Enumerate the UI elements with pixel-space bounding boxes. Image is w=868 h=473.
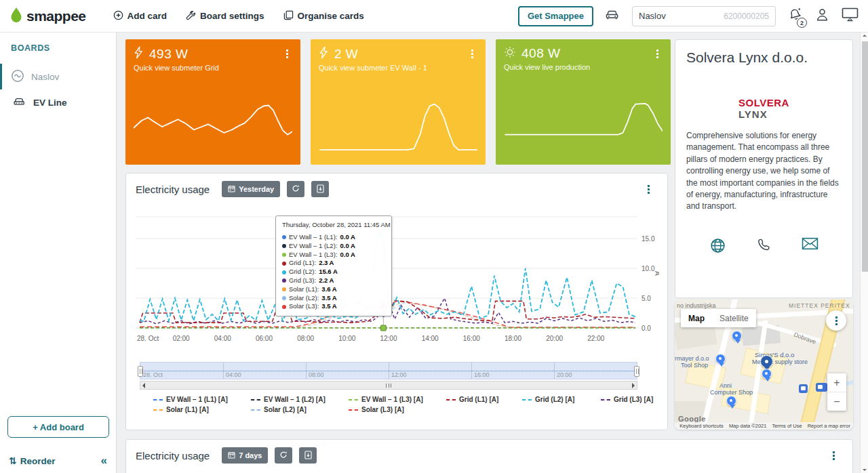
solvera-lynx-logo: SOLVERA LYNX (686, 97, 842, 121)
page-scrollbar[interactable] (860, 33, 868, 473)
export-button[interactable] (311, 181, 329, 197)
scrollbar-grip[interactable] (386, 384, 391, 388)
chart-navigator[interactable]: 28. Oct04:0008:0012:0016:0020:00 (140, 362, 637, 379)
legend-item[interactable]: EV Wall – 1 (L1) [A] (153, 396, 240, 403)
logo-line-lynx: LYNX (738, 108, 789, 120)
export-button[interactable] (299, 447, 317, 464)
reorder-label: Reorder (20, 456, 56, 466)
usage-card-header: Electricity usage Yesterday (126, 173, 667, 205)
ev-car-icon (13, 96, 26, 109)
transit-station-icon[interactable] (799, 384, 808, 393)
map-poi-type[interactable]: Computer Shop (710, 389, 753, 396)
add-board-button[interactable]: + Add board (7, 416, 109, 438)
monitor-icon[interactable] (842, 7, 859, 24)
scroll-up-arrow[interactable] (863, 35, 867, 37)
legend-item[interactable]: Grid (L1) [A] (446, 396, 511, 403)
collapse-sidebar-button[interactable]: « (101, 454, 107, 468)
wrench-icon (186, 10, 196, 22)
keyboard-shortcuts-link[interactable]: Keyboard shortcuts (679, 423, 724, 429)
sidebar-item-naslov[interactable]: Naslov (0, 64, 116, 89)
map-poi-type[interactable]: Tool Shop (681, 362, 708, 369)
date-range-button[interactable]: 7 days (222, 447, 268, 464)
website-globe-icon[interactable] (709, 237, 726, 257)
date-range-button[interactable]: Yesterday (222, 181, 280, 197)
card-menu-button[interactable] (652, 47, 663, 61)
organise-cards-button[interactable]: Organise cards (283, 10, 364, 22)
map-pin[interactable] (726, 396, 736, 406)
zoom-out-button[interactable]: − (827, 392, 846, 411)
scrollbar-thumb[interactable] (862, 41, 868, 272)
phone-icon[interactable] (756, 237, 772, 257)
company-card: Solvera Lynx d.o.o. SOLVERA LYNX Compreh… (675, 39, 853, 298)
notifications-button[interactable]: 2 (787, 7, 803, 25)
chart-scrollbar[interactable] (140, 381, 637, 390)
boards-heading: BOARDS (11, 43, 116, 53)
svg-text:20:00: 20:00 (546, 335, 563, 342)
get-smappee-button[interactable]: Get Smappee (518, 6, 593, 26)
user-icon[interactable] (814, 7, 830, 25)
sidebar-item-ev-line[interactable]: EV Line (0, 89, 116, 115)
quick-card-label: Quick view submeter Grid (134, 64, 292, 72)
scroll-down-arrow[interactable] (863, 469, 867, 471)
satellite-view-button[interactable]: Satellite (712, 309, 756, 327)
download-icon (317, 184, 324, 194)
report-error-link[interactable]: Report a map error (808, 423, 850, 429)
car-icon[interactable] (605, 9, 620, 23)
legend-item[interactable]: Grid (L2) [A] (522, 396, 590, 403)
app-logo[interactable]: smappee (9, 7, 86, 26)
bolt-icon (319, 46, 329, 62)
company-description: Comprehensive solutions for energy manag… (686, 130, 842, 213)
top-header: smappee Add card Board settings Organise… (0, 0, 868, 33)
map-zoom-control: + − (827, 373, 846, 411)
company-title: Solvera Lynx d.o.o. (686, 49, 842, 66)
download-icon (304, 451, 312, 461)
legend-item[interactable]: Solar (L2) [A] (251, 406, 338, 413)
transit-station-icon[interactable] (816, 383, 827, 392)
navigator-handle-right[interactable] (634, 366, 639, 377)
legend-item[interactable]: Grid (L3) [A] (601, 396, 653, 403)
add-card-button[interactable]: Add card (113, 10, 167, 22)
scroll-left-arrow[interactable] (142, 383, 145, 388)
quick-card-value: 493 W (149, 47, 188, 62)
svg-text:16:00: 16:00 (463, 335, 480, 342)
card-menu-button[interactable] (282, 47, 292, 61)
zoom-in-button[interactable]: + (827, 373, 846, 392)
map-pin[interactable] (762, 369, 772, 379)
board-settings-button[interactable]: Board settings (186, 10, 264, 22)
map-pin[interactable] (715, 354, 726, 364)
account-input[interactable]: Naslov 6200000205 (632, 6, 776, 26)
map-view-button[interactable]: Map (681, 309, 712, 327)
legend-item[interactable]: Solar (L3) [A] (349, 406, 435, 413)
legend-item[interactable]: Solar (L1) [A] (153, 406, 240, 413)
legend-item[interactable]: EV Wall – 1 (L3) [A] (349, 396, 435, 403)
legend-item[interactable]: EV Wall – 1 (L2) [A] (251, 396, 338, 403)
card-menu-button[interactable] (829, 449, 839, 463)
map-location-pin[interactable] (760, 355, 773, 368)
map-poi-name[interactable]: Anni (719, 382, 732, 389)
calendar-icon (228, 185, 235, 194)
card-menu-button[interactable] (644, 182, 654, 197)
account-name: Naslov (639, 11, 666, 21)
terms-of-use-link[interactable]: Terms of Use (772, 423, 802, 429)
tooltip-title: Thursday, October 28, 2021 11:45 AM (282, 221, 385, 228)
map-card-menu-button[interactable] (826, 310, 846, 331)
map-card: no industrijska MIETTEX PERITEX Dobrave … (675, 300, 853, 430)
scroll-right-arrow[interactable] (632, 383, 635, 388)
map-area-label: MIETTEX PERITEX (789, 302, 850, 309)
reorder-button[interactable]: ⇅ Reorder (9, 455, 56, 466)
quick-view-card-grid: 493 W Quick view submeter Grid (125, 39, 300, 165)
electricity-chart[interactable]: 15.010.05.00.0A28. Oct02:0004:0006:0008:… (136, 211, 659, 347)
map-poi-name[interactable]: rmayer d.o.o (675, 355, 709, 362)
tooltip-row: Grid (L2): 15.6 A (282, 268, 385, 276)
chart-legend: EV Wall – 1 (L1) [A]EV Wall – 1 (L2) [A]… (153, 396, 654, 416)
board-settings-label: Board settings (200, 11, 264, 21)
refresh-button[interactable] (287, 181, 304, 197)
card-menu-button[interactable] (467, 47, 477, 61)
refresh-button[interactable] (275, 447, 292, 464)
email-icon[interactable] (802, 237, 818, 257)
navigator-handle-left[interactable] (138, 366, 143, 377)
svg-text:04:00: 04:00 (214, 335, 231, 342)
svg-text:0.0: 0.0 (642, 325, 651, 332)
map-pin[interactable] (732, 331, 742, 341)
dashboard-content: 493 W Quick view submeter Grid 2 W Quick… (117, 33, 860, 473)
